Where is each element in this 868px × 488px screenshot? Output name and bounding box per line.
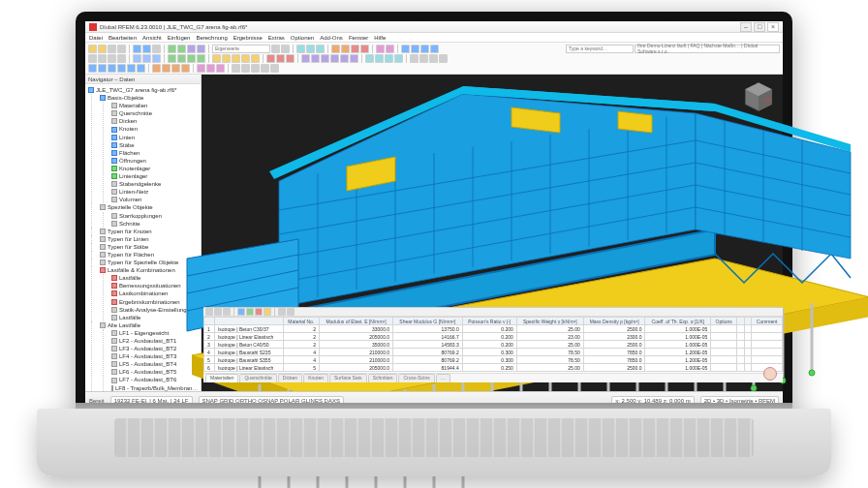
toolbar-button[interactable] bbox=[88, 45, 97, 53]
table-cell[interactable]: 13750.0 bbox=[393, 325, 463, 333]
tree-node[interactable]: LF4 - Ausbaulast_BT3 bbox=[111, 352, 198, 360]
table-cell[interactable]: 2 bbox=[204, 333, 215, 341]
toolbar-button[interactable] bbox=[331, 45, 340, 53]
toolbar-button[interactable] bbox=[306, 45, 315, 53]
toolbar-button[interactable] bbox=[205, 308, 213, 316]
table-cell[interactable]: 1 bbox=[204, 325, 215, 333]
toolbar-button[interactable] bbox=[181, 64, 190, 73]
table-cell[interactable]: 3 bbox=[204, 341, 215, 349]
table-cell[interactable]: 78.50 bbox=[516, 349, 583, 356]
toolbar-button[interactable] bbox=[266, 54, 275, 63]
menu-bearbeiten[interactable]: Bearbeiten bbox=[108, 35, 137, 41]
table-cell[interactable] bbox=[736, 364, 744, 372]
table-cell[interactable]: Isotrope | Beton C30/37 bbox=[214, 325, 283, 333]
tree-node[interactable]: Typen für Knoten bbox=[100, 228, 198, 235]
col-header[interactable] bbox=[736, 318, 744, 325]
table-cell[interactable] bbox=[752, 341, 783, 349]
toolbar-button[interactable] bbox=[177, 45, 186, 53]
menu-ergebnisse[interactable]: Ergebnisse bbox=[233, 35, 263, 41]
toolbar-button[interactable] bbox=[117, 45, 126, 53]
table-cell[interactable]: Isotrope | Linear Elastisch bbox=[214, 364, 283, 372]
col-header[interactable]: Mass Density ρ [kg/m³] bbox=[583, 318, 645, 325]
tree-node[interactable]: Statik-Analyse-Einstellungen bbox=[111, 306, 198, 314]
tree-node[interactable]: Lastfälle bbox=[111, 314, 198, 321]
table-cell[interactable]: 210000.0 bbox=[319, 356, 392, 364]
toolbar-button[interactable] bbox=[162, 64, 170, 73]
table-cell[interactable] bbox=[744, 341, 752, 349]
tree-node[interactable]: Flächen bbox=[111, 149, 198, 157]
toolbar-button[interactable] bbox=[264, 308, 271, 316]
table-cell[interactable]: 0.200 bbox=[462, 341, 516, 349]
window-close-button[interactable]: × bbox=[767, 22, 779, 32]
table-cell[interactable]: 0.200 bbox=[462, 325, 516, 333]
toolbar-button[interactable] bbox=[142, 54, 151, 63]
col-header[interactable]: Material No. bbox=[283, 318, 319, 325]
table-cell[interactable] bbox=[711, 356, 737, 364]
table-cell[interactable]: 81944.4 bbox=[393, 364, 463, 372]
tree-node[interactable]: Stabendgelenke bbox=[111, 180, 198, 188]
table-cell[interactable] bbox=[752, 333, 783, 341]
toolbar-button[interactable] bbox=[241, 64, 250, 73]
toolbar-button[interactable] bbox=[232, 54, 240, 63]
tab-materialien[interactable]: Materialien bbox=[205, 374, 238, 382]
tree-node[interactable]: Alle Lastfälle bbox=[100, 321, 198, 329]
toolbar-button[interactable] bbox=[168, 45, 176, 53]
table-cell[interactable]: 80769.2 bbox=[393, 349, 463, 356]
tree-node[interactable]: Typen für Stäbe bbox=[100, 243, 198, 251]
table-cell[interactable]: 0.300 bbox=[462, 356, 516, 364]
table-cell[interactable]: 4 bbox=[283, 356, 319, 364]
tree-node[interactable]: Bemessungssituationen bbox=[111, 282, 198, 290]
toolbar-button[interactable] bbox=[98, 54, 107, 63]
table-cell[interactable]: 33000.0 bbox=[319, 325, 392, 333]
toolbar-button[interactable] bbox=[214, 308, 222, 316]
table-cell[interactable] bbox=[711, 341, 737, 349]
col-header[interactable]: Coeff. of Th. Exp. α [1/K] bbox=[645, 318, 711, 325]
tab-knoten[interactable]: Knoten bbox=[303, 374, 328, 382]
table-row[interactable]: 4Isotrope | Baustahl S2354210000.080769.… bbox=[204, 349, 783, 356]
toolbar-button[interactable] bbox=[420, 45, 429, 53]
table-cell[interactable]: 2300.0 bbox=[583, 333, 645, 341]
table-cell[interactable] bbox=[736, 325, 744, 333]
tree-node[interactable]: Basis-Objekte bbox=[100, 94, 198, 102]
toolbar-button[interactable] bbox=[301, 54, 310, 63]
table-cell[interactable]: 7850.0 bbox=[583, 356, 645, 364]
toolbar-button[interactable] bbox=[286, 54, 294, 63]
table-cell[interactable]: 1.200E-05 bbox=[645, 356, 711, 364]
table-cell[interactable] bbox=[744, 333, 752, 341]
toolbar-button[interactable] bbox=[330, 54, 339, 63]
table-cell[interactable]: 2 bbox=[283, 333, 319, 341]
tree-node[interactable]: Spezielle Objekte bbox=[100, 203, 198, 211]
toolbar-button[interactable] bbox=[88, 64, 97, 73]
menu-ansicht[interactable]: Ansicht bbox=[142, 35, 162, 41]
table-cell[interactable]: 2 bbox=[283, 325, 319, 333]
menu-fenster[interactable]: Fenster bbox=[349, 35, 368, 41]
toolbar-button[interactable] bbox=[232, 64, 240, 73]
col-header[interactable] bbox=[204, 318, 215, 325]
toolbar-button[interactable] bbox=[206, 64, 215, 73]
tree-node[interactable]: LF2 - Ausbaulast_BT1 bbox=[111, 337, 198, 345]
table-cell[interactable]: 14166.7 bbox=[393, 333, 463, 341]
toolbar-button[interactable] bbox=[251, 54, 260, 63]
col-header[interactable]: Options bbox=[711, 318, 737, 325]
tree-node[interactable]: Querschnitte bbox=[111, 109, 198, 117]
toolbar-button[interactable] bbox=[152, 45, 161, 53]
table-cell[interactable]: 1.200E-05 bbox=[645, 349, 711, 356]
tree-node[interactable]: Typen für Linien bbox=[100, 235, 198, 243]
tree-node[interactable]: Linien bbox=[111, 134, 198, 141]
table-cell[interactable] bbox=[744, 325, 752, 333]
toolbar-button[interactable] bbox=[152, 64, 161, 73]
tree-node[interactable]: Lastkombinationen bbox=[111, 290, 198, 297]
table-cell[interactable]: 2500.0 bbox=[583, 341, 645, 349]
table-cell[interactable]: 5 bbox=[283, 364, 319, 372]
toolbar-button[interactable] bbox=[311, 54, 320, 63]
toolbar-button[interactable] bbox=[271, 45, 280, 53]
menu-berechnung[interactable]: Berechnung bbox=[196, 35, 227, 41]
navigation-cube[interactable]: +X bbox=[742, 80, 775, 113]
window-maximize-button[interactable]: □ bbox=[754, 22, 765, 32]
toolbar-button[interactable] bbox=[187, 54, 196, 63]
table-cell[interactable]: 0.200 bbox=[462, 333, 516, 341]
table-cell[interactable]: 25.00 bbox=[516, 325, 583, 333]
tree-node[interactable]: LF5 - Ausbaulast_BT4 bbox=[111, 360, 198, 368]
table-cell[interactable]: Isotrope | Beton C40/50 bbox=[214, 341, 283, 349]
search-input[interactable]: Type a keyword… bbox=[566, 45, 634, 53]
